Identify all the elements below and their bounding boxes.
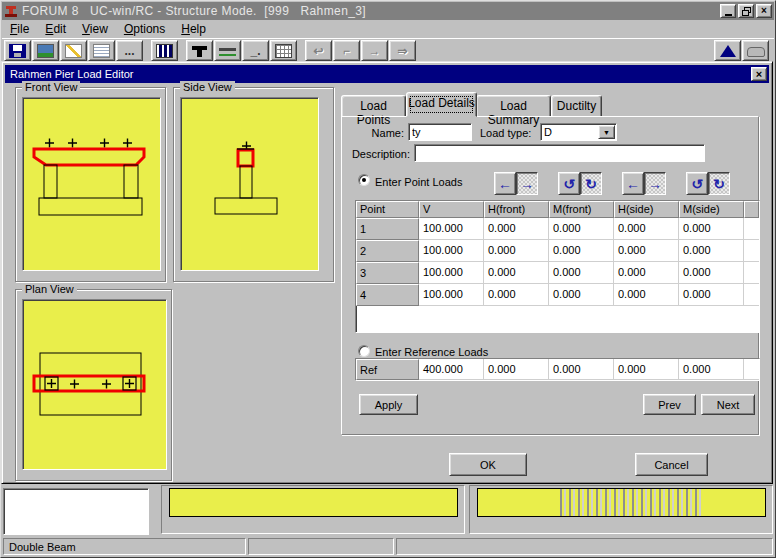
toolbar-button-forward[interactable]: → (361, 40, 388, 61)
toolbar-button-save[interactable] (4, 40, 31, 61)
table-cell[interactable]: 0.000 (679, 240, 744, 262)
table-cell[interactable]: 0.000 (614, 262, 679, 284)
vehicle-icon (747, 47, 765, 57)
menu-item-edit[interactable]: Edit (37, 21, 74, 37)
arrow-left-button[interactable]: ← (622, 172, 644, 195)
reference-loads-table: Ref400.0000.0000.0000.0000.000 (355, 358, 760, 381)
background-list-panel (3, 488, 149, 535)
menu-item-options[interactable]: Options (116, 21, 173, 37)
toolbar-button-undo[interactable]: ↩ (305, 40, 332, 61)
row-header-cell: 1 (356, 218, 419, 240)
toolbar-button-scene[interactable] (32, 40, 59, 61)
toolbar-button-more[interactable]: ... (116, 40, 143, 61)
table-cell[interactable]: 0.000 (679, 359, 744, 380)
tab-load-summary[interactable]: Load Summary (476, 95, 551, 117)
table-cell[interactable]: 0.000 (614, 359, 679, 380)
arrow-left-icon: ← (498, 177, 512, 191)
table-cell[interactable]: 0.000 (484, 262, 549, 284)
table-cell[interactable]: 100.000 (419, 262, 484, 284)
apply-button[interactable]: Apply (359, 394, 418, 415)
toolbar-button-document[interactable] (88, 40, 115, 61)
toolbar-button-pier[interactable] (186, 40, 213, 61)
description-input[interactable] (414, 144, 705, 162)
enter-reference-loads-label: Enter Reference Loads (375, 346, 488, 358)
side-view-drawing (181, 98, 316, 268)
rotate-cw-button[interactable]: ↻ (708, 172, 730, 195)
ok-button[interactable]: OK (449, 453, 527, 476)
menu-item-help[interactable]: Help (173, 21, 214, 37)
dialog-close-button[interactable]: × (751, 67, 767, 81)
cancel-button[interactable]: Cancel (635, 453, 708, 476)
select-icon: ⌐ (343, 45, 350, 57)
table-header-cell: V (419, 201, 484, 218)
app-icon (4, 5, 18, 18)
status-bar: Double Beam (2, 536, 775, 557)
rotate-ccw-button[interactable]: ↺ (558, 172, 580, 195)
table-cell-filler (744, 284, 759, 306)
menu-item-view[interactable]: View (74, 21, 116, 37)
table-cell[interactable]: 0.000 (679, 284, 744, 306)
table-cell[interactable]: 100.000 (419, 240, 484, 262)
enter-point-loads-radio[interactable] (358, 174, 370, 186)
table-cell[interactable]: 0.000 (549, 359, 614, 380)
table-cell[interactable]: 0.000 (484, 218, 549, 240)
table-cell[interactable]: 100.000 (419, 284, 484, 306)
table-cell[interactable]: 0.000 (679, 262, 744, 284)
table-cell[interactable]: 0.000 (614, 218, 679, 240)
toolbar-button-redo[interactable]: ⇒ (389, 40, 416, 61)
arrow-right-button[interactable]: → (516, 172, 538, 195)
table-cell[interactable]: 0.000 (549, 240, 614, 262)
front-view-canvas (22, 97, 161, 271)
toolbar-button-baseline[interactable]: _. (242, 40, 269, 61)
plan-view-canvas (22, 299, 167, 470)
enter-reference-loads-radio[interactable] (358, 345, 370, 357)
table-header-filler (744, 201, 759, 218)
next-button[interactable]: Next (701, 394, 755, 415)
table-cell[interactable]: 100.000 (419, 218, 484, 240)
background-view-left (169, 488, 458, 517)
toolbar-button-vehicle[interactable] (742, 40, 769, 61)
table-cell[interactable]: 0.000 (484, 240, 549, 262)
table-cell[interactable]: 0.000 (484, 359, 549, 380)
close-window-button[interactable]: × (756, 4, 772, 18)
menu-item-file[interactable]: File (2, 21, 37, 37)
chevron-down-icon: ▼ (603, 129, 610, 136)
rebar-pattern (560, 489, 702, 516)
toolbar-button-bridge[interactable] (214, 40, 241, 61)
rotate-ccw-button[interactable]: ↺ (686, 172, 708, 195)
toolbar-left-group: ..._.↩⌐→⇒ (2, 40, 416, 61)
toolbar-button-section[interactable] (151, 40, 178, 61)
toolbar-button-grid[interactable] (270, 40, 297, 61)
load-type-combobox[interactable]: D ▼ (540, 123, 617, 141)
table-cell[interactable]: 0.000 (549, 284, 614, 306)
application-window: FORUM 8 UC-win/RC - Structure Mode. [999… (0, 0, 776, 558)
restore-button[interactable] (738, 4, 754, 18)
load-type-dropdown-button[interactable]: ▼ (598, 125, 615, 139)
arrow-right-button[interactable]: → (644, 172, 666, 195)
toolbar-button-terrain[interactable] (714, 40, 741, 61)
tab-ductilty[interactable]: Ductilty (551, 95, 602, 117)
prev-button[interactable]: Prev (643, 394, 696, 415)
rotate-ccw-icon: ↺ (563, 177, 575, 191)
tab-load-details[interactable]: Load Details (406, 92, 477, 117)
toolbar-button-sketch[interactable] (60, 40, 87, 61)
table-header-cell: M(side) (679, 201, 744, 218)
minimize-button[interactable] (720, 4, 736, 18)
table-cell[interactable]: 0.000 (614, 240, 679, 262)
name-input[interactable] (408, 123, 472, 141)
direction-toggle-pair-0: ←→ (494, 172, 538, 195)
table-cell[interactable]: 0.000 (614, 284, 679, 306)
rotate-ccw-icon: ↺ (691, 177, 703, 191)
table-cell[interactable]: 0.000 (549, 218, 614, 240)
table-cell[interactable]: 0.000 (549, 262, 614, 284)
arrow-left-button[interactable]: ← (494, 172, 516, 195)
table-cell[interactable]: 400.000 (419, 359, 484, 380)
rotate-cw-button[interactable]: ↻ (580, 172, 602, 195)
toolbar-button-select[interactable]: ⌐ (333, 40, 360, 61)
table-cell[interactable]: 0.000 (679, 218, 744, 240)
tab-load-points[interactable]: Load Points (341, 95, 406, 117)
plan-view-drawing (23, 300, 164, 467)
dialog-titlebar: Rahmen Pier Load Editor × (5, 65, 769, 83)
toolbar: ..._.↩⌐→⇒ (2, 38, 774, 61)
table-cell[interactable]: 0.000 (484, 284, 549, 306)
